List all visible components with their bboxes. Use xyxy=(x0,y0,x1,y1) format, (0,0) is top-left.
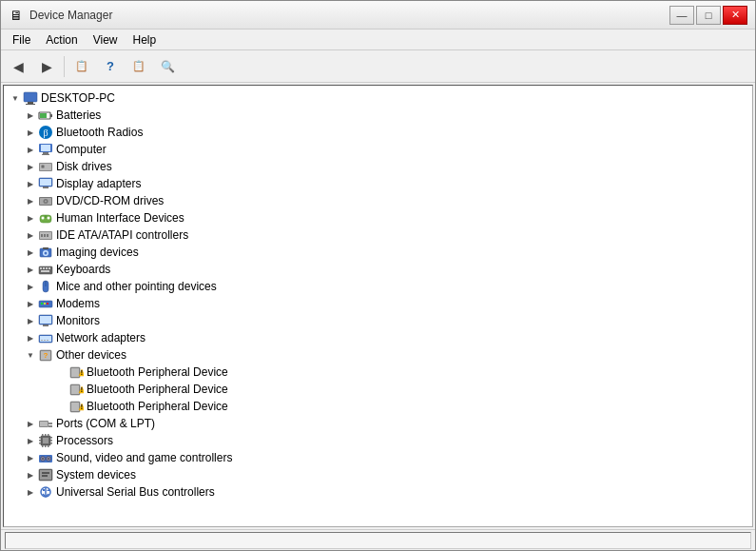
svg-point-24 xyxy=(42,217,45,220)
tree-label-bt3: Bluetooth Peripheral Device xyxy=(87,400,228,413)
tree-item-bluetooth[interactable]: ▶βBluetooth Radios xyxy=(4,124,752,141)
tree-item-processors[interactable]: ▶Processors xyxy=(4,432,752,449)
device-icon-ide xyxy=(38,227,53,243)
tree-item-dvd[interactable]: ▶DVD/CD-ROM drives xyxy=(4,192,752,209)
device-tree: ▼DESKTOP-PC▶Batteries▶βBluetooth Radios▶… xyxy=(4,86,752,504)
tree-label-usb: Universal Serial Bus controllers xyxy=(56,485,215,499)
tree-item-keyboards[interactable]: ▶Keyboards xyxy=(4,261,752,278)
svg-rect-41 xyxy=(41,270,49,272)
device-icon-diskdrives xyxy=(38,159,53,174)
svg-rect-52 xyxy=(40,336,51,342)
expand-icon-usb[interactable]: ▶ xyxy=(23,484,38,500)
tree-label-batteries: Batteries xyxy=(56,108,101,122)
tree-item-system[interactable]: ▶System devices xyxy=(4,466,752,483)
tree-item-ports[interactable]: ▶Ports (COM & LPT) xyxy=(4,415,752,432)
expand-icon-hid[interactable]: ▶ xyxy=(23,210,38,226)
tree-item-bt2[interactable]: ▶!Bluetooth Peripheral Device xyxy=(4,381,752,398)
tree-item-ide[interactable]: ▶IDE ATA/ATAPI controllers xyxy=(4,226,752,244)
tree-item-modems[interactable]: ▶Modems xyxy=(4,295,752,312)
tree-label-displayadapters: Display adapters xyxy=(56,177,141,190)
minimize-button[interactable]: — xyxy=(669,6,694,25)
scan-button[interactable]: 🔍 xyxy=(154,54,181,79)
expand-icon-other[interactable]: ▼ xyxy=(23,347,38,363)
update-driver-button[interactable]: 📋 xyxy=(126,54,152,79)
tree-item-usb[interactable]: ▶Universal Serial Bus controllers xyxy=(4,483,752,501)
svg-rect-72 xyxy=(40,422,48,426)
expand-icon-imaging[interactable]: ▶ xyxy=(23,245,38,260)
menu-help[interactable]: Help xyxy=(126,31,165,49)
titlebar-icon: 🖥 xyxy=(9,8,24,23)
tree-label-bt2: Bluetooth Peripheral Device xyxy=(87,383,228,396)
svg-rect-35 xyxy=(43,247,48,249)
svg-rect-79 xyxy=(48,434,49,436)
expand-icon-batteries[interactable]: ▶ xyxy=(23,108,38,123)
svg-rect-102 xyxy=(43,489,45,491)
expand-icon-processors[interactable]: ▶ xyxy=(23,433,38,448)
expand-icon-dvd[interactable]: ▶ xyxy=(23,193,38,208)
svg-rect-37 xyxy=(40,267,42,269)
svg-rect-44 xyxy=(39,301,52,307)
menu-action[interactable]: Action xyxy=(38,31,85,49)
svg-rect-17 xyxy=(40,179,51,186)
expand-icon-mice[interactable]: ▶ xyxy=(23,279,38,294)
svg-rect-10 xyxy=(43,152,48,154)
tree-label-mice: Mice and other pointing devices xyxy=(56,280,217,293)
tree-item-root[interactable]: ▼DESKTOP-PC xyxy=(4,89,752,107)
svg-rect-39 xyxy=(46,267,48,269)
maximize-button[interactable]: □ xyxy=(696,6,721,25)
device-icon-imaging xyxy=(38,245,53,260)
device-icon-batteries xyxy=(38,108,53,123)
svg-point-22 xyxy=(45,201,47,203)
forward-button[interactable]: ▶ xyxy=(33,54,60,79)
expand-icon-ide[interactable]: ▶ xyxy=(23,227,38,243)
tree-item-bt1[interactable]: ▶!Bluetooth Peripheral Device xyxy=(4,364,752,381)
tree-item-other[interactable]: ▼?Other devices xyxy=(4,346,752,364)
svg-rect-77 xyxy=(42,434,44,436)
expand-icon-ports[interactable]: ▶ xyxy=(23,416,38,431)
svg-text:!: ! xyxy=(81,386,83,393)
tree-item-imaging[interactable]: ▶Imaging devices xyxy=(4,244,752,261)
svg-point-46 xyxy=(44,303,46,305)
tree-item-mice[interactable]: ▶Mice and other pointing devices xyxy=(4,278,752,295)
expand-icon-modems[interactable]: ▶ xyxy=(23,296,38,311)
svg-rect-40 xyxy=(48,267,50,269)
back-button[interactable]: ◀ xyxy=(5,54,31,79)
svg-rect-5 xyxy=(40,113,47,118)
properties-button[interactable]: 📋 xyxy=(68,54,95,79)
tree-item-bt3[interactable]: ▶!Bluetooth Peripheral Device xyxy=(4,398,752,415)
menu-view[interactable]: View xyxy=(86,31,126,49)
expand-icon-bluetooth[interactable]: ▶ xyxy=(23,125,38,140)
svg-rect-26 xyxy=(45,215,47,218)
expand-icon-network[interactable]: ▶ xyxy=(23,330,38,345)
svg-rect-60 xyxy=(71,368,79,377)
tree-item-sound[interactable]: ▶Sound, video and game controllers xyxy=(4,449,752,466)
expand-icon-root[interactable]: ▼ xyxy=(8,90,23,106)
svg-rect-31 xyxy=(47,234,48,237)
tree-item-hid[interactable]: ▶Human Interface Devices xyxy=(4,209,752,226)
help-button[interactable]: ? xyxy=(97,54,124,79)
device-tree-panel[interactable]: ▼DESKTOP-PC▶Batteries▶βBluetooth Radios▶… xyxy=(3,85,753,527)
svg-rect-97 xyxy=(42,475,48,477)
menu-file[interactable]: File xyxy=(5,31,38,49)
expand-icon-sound[interactable]: ▶ xyxy=(23,450,38,465)
svg-point-93 xyxy=(48,458,49,460)
close-button[interactable]: ✕ xyxy=(723,6,747,25)
device-icon-usb xyxy=(38,484,53,500)
svg-rect-0 xyxy=(24,92,37,102)
tree-item-diskdrives[interactable]: ▶Disk drives xyxy=(4,158,752,175)
device-icon-root xyxy=(23,90,38,106)
tree-item-monitors[interactable]: ▶Monitors xyxy=(4,312,752,329)
tree-item-computer[interactable]: ▶Computer xyxy=(4,141,752,158)
expand-icon-system[interactable]: ▶ xyxy=(23,467,38,482)
tree-item-displayadapters[interactable]: ▶Display adapters xyxy=(4,175,752,192)
expand-icon-displayadapters[interactable]: ▶ xyxy=(23,176,38,191)
svg-point-47 xyxy=(47,303,48,305)
expand-icon-keyboards[interactable]: ▶ xyxy=(23,262,38,277)
expand-icon-diskdrives[interactable]: ▶ xyxy=(23,159,38,174)
expand-icon-computer[interactable]: ▶ xyxy=(23,142,38,157)
svg-rect-2 xyxy=(26,104,35,105)
expand-icon-monitors[interactable]: ▶ xyxy=(23,313,38,328)
tree-item-batteries[interactable]: ▶Batteries xyxy=(4,107,752,124)
svg-point-92 xyxy=(42,458,44,460)
tree-item-network[interactable]: ▶Network adapters xyxy=(4,329,752,346)
